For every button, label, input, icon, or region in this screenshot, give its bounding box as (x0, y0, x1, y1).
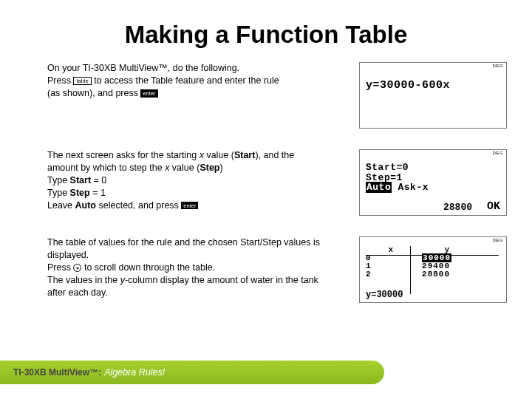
down-arrow-key (73, 264, 81, 272)
enter-key-2: enter (181, 202, 198, 209)
s3-p3a: The values in the (47, 275, 120, 285)
screen-3-col: DEG x y 0 30000 1 29400 2 28800 y=30000 (359, 236, 514, 303)
step-2: The next screen asks for the starting x … (47, 149, 514, 216)
scr2-num: 28800 (443, 202, 472, 213)
s1-l1: On your TI-30XB MultiView™, do the follo… (47, 63, 239, 73)
calc-screen-2: DEG Start=0 Step=1 Auto Ask-x 28800 OK (359, 149, 507, 216)
step-3: The table of values for the rule and the… (47, 236, 514, 303)
s1-l2a: Press (47, 75, 73, 86)
calc-screen-1: DEG y=30000-600x (359, 62, 507, 129)
s2-t1b: Start (70, 175, 91, 185)
s2-t2a: Type (47, 188, 70, 198)
s2-p1: The next screen asks for the starting (47, 150, 200, 160)
calc-screen-3: DEG x y 0 30000 1 29400 2 28800 y=30000 (359, 236, 507, 303)
scr2-ask: Ask-x (392, 182, 429, 193)
deg-indicator-3: DEG (492, 238, 503, 242)
s2-step-bold: Step (200, 163, 219, 173)
s3-p1: The table of values for the rule and the… (47, 237, 320, 260)
s2-p7: ) (219, 163, 222, 173)
hx: x (388, 245, 394, 254)
step-2-text: The next screen asks for the starting x … (47, 149, 321, 216)
s2-p5: value ( (169, 163, 200, 173)
scr2-ok: OK (487, 200, 500, 213)
content-area: On your TI-30XB MultiView™, do the follo… (0, 62, 532, 303)
s1-l3a: (as shown), and press (47, 88, 140, 98)
s2-p2: value ( (204, 150, 234, 160)
s2-t1c: = 0 (91, 175, 106, 185)
s2-t1a: Type (47, 175, 70, 185)
s2-t3b: Auto (75, 200, 96, 211)
screen-1-equation: y=30000-600x (366, 79, 450, 92)
footer-banner: TI-30XB MultiView™: Algebra Rules! (0, 361, 384, 384)
footer-tagline: Algebra Rules! (104, 367, 165, 378)
deg-indicator: DEG (492, 64, 503, 68)
r2x: 2 (366, 270, 372, 279)
screen-3-table: x y 0 30000 1 29400 2 28800 (366, 246, 451, 279)
step-1-text: On your TI-30XB MultiView™, do the follo… (47, 62, 321, 129)
s2-t2c: = 1 (90, 188, 106, 198)
s3-p2a: Press (47, 262, 73, 273)
screen-1-col: DEG y=30000-600x (359, 62, 514, 129)
screen-2-col: DEG Start=0 Step=1 Auto Ask-x 28800 OK (359, 149, 514, 216)
footer-model: TI-30XB MultiView™: (13, 367, 101, 378)
s2-t3a: Leave (47, 200, 75, 211)
s3-p2b: to scroll down through the table. (81, 262, 215, 273)
scr3-bottom: y=30000 (366, 290, 403, 300)
s1-l2b: to access the Table feature and enter th… (92, 75, 279, 86)
table-key: table (73, 77, 91, 85)
r2y: 28800 (422, 270, 450, 279)
deg-indicator-2: DEG (492, 151, 503, 155)
page-title: Making a Function Table (0, 0, 532, 62)
s2-t3c: selected, and press (96, 200, 181, 211)
screen-2-body: Start=0 Step=1 Auto Ask-x (366, 163, 429, 193)
step-1: On your TI-30XB MultiView™, do the follo… (47, 62, 514, 129)
s2-t2b: Step (70, 188, 90, 198)
step-3-text: The table of values for the rule and the… (47, 236, 321, 303)
scr2-auto: Auto (366, 182, 392, 193)
enter-key: enter (140, 89, 157, 97)
s2-start-bold: Start (234, 150, 255, 160)
